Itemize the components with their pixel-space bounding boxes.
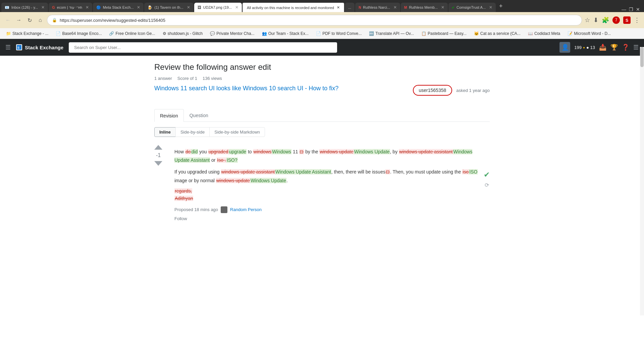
bookmark-4[interactable]: ⚙ shutdown.js - Glitch bbox=[161, 31, 205, 37]
scrollbar-track bbox=[640, 47, 644, 235]
tab-close-icon[interactable]: ✕ bbox=[41, 5, 45, 10]
tab-tavern[interactable]: 🍺 (1) Tavern on th... ✕ bbox=[144, 3, 193, 12]
tab-active[interactable]: 🖼 UDZA7.png (19... ✕ bbox=[194, 3, 242, 12]
badge-icon[interactable]: 7 bbox=[612, 16, 620, 24]
diff-body: How dodid you upgradedupgrade to windows… bbox=[174, 144, 478, 221]
bookmark-8[interactable]: 🔤 Translate API — Ov... bbox=[367, 31, 416, 37]
diff-line-3: regards, bbox=[174, 188, 478, 194]
restore-button[interactable]: ❐ bbox=[629, 7, 633, 12]
tab-monitoring[interactable]: All activity on this machine is recorded… bbox=[243, 3, 344, 12]
tab-favicon: G bbox=[52, 5, 55, 9]
vote-up-button[interactable] bbox=[154, 145, 162, 150]
bookmark-12[interactable]: 📝 Microsoft Word - D... bbox=[566, 31, 613, 37]
tab-close-icon[interactable]: ✕ bbox=[337, 5, 340, 10]
diff-line-1: How dodid you upgradedupgrade to windows… bbox=[174, 148, 478, 164]
lock-icon: 🔒 bbox=[52, 18, 57, 22]
follow-link[interactable]: Follow bbox=[174, 216, 187, 221]
gold-dot: ● bbox=[583, 46, 585, 49]
forward-button[interactable]: → bbox=[15, 16, 23, 24]
tab-close-icon[interactable]: ✕ bbox=[86, 5, 89, 10]
del-iso-dot: Iso . bbox=[217, 157, 226, 163]
download-icon[interactable]: ⬇ bbox=[593, 16, 598, 24]
tab-inbox[interactable]: 📧 Inbox (126) - y... ✕ bbox=[1, 3, 48, 12]
inbox-icon[interactable]: 📥 bbox=[599, 44, 606, 51]
content: Review the following answer edit 1 answe… bbox=[154, 62, 490, 228]
tab-ruthless1[interactable]: N Ruthless Narci... ✕ bbox=[355, 3, 400, 12]
approve-check[interactable]: ✔ bbox=[484, 170, 490, 179]
tab-close-icon[interactable]: ✕ bbox=[489, 5, 492, 10]
tab-ruthless2[interactable]: M Ruthless Memb... ✕ bbox=[401, 3, 448, 12]
achievements-icon[interactable]: 🏆 bbox=[610, 44, 618, 51]
bookmark-3[interactable]: 🔗 Free Online Icon Ge... bbox=[107, 31, 157, 37]
view-side-by-side-markdown[interactable]: Side-by-side Markdown bbox=[209, 127, 265, 137]
tab-revision[interactable]: Revision bbox=[154, 109, 184, 122]
proposed-time: Proposed 18 mins ago bbox=[174, 207, 218, 212]
menu-icon[interactable]: ⋮ bbox=[634, 16, 640, 24]
url-bar[interactable]: 🔒 https://superuser.com/review/suggested… bbox=[47, 15, 582, 26]
back-button[interactable]: ← bbox=[4, 16, 12, 24]
ins-upgrade: upgrade bbox=[229, 149, 247, 154]
bookmark-9[interactable]: 📋 Pasteboard — Easy... bbox=[419, 31, 469, 37]
tab-meta[interactable]: 🔵 Meta Stack Exch... ✕ bbox=[93, 3, 144, 12]
bookmark-10[interactable]: 🐱 Cat as a service (CA... bbox=[472, 31, 523, 37]
tab-favicon: 🔵 bbox=[96, 5, 101, 10]
minimize-button[interactable]: — bbox=[622, 7, 626, 12]
url-text: https://superuser.com/review/suggested-e… bbox=[60, 18, 577, 23]
vote-down-button[interactable] bbox=[154, 161, 162, 166]
tab-favicon: M bbox=[404, 6, 407, 9]
view-inline[interactable]: Inline bbox=[154, 127, 176, 137]
bookmark-7[interactable]: 📄 PDF to Word Conve... bbox=[314, 31, 364, 37]
address-bar: ← → ↻ ⌂ 🔒 https://superuser.com/review/s… bbox=[0, 12, 644, 28]
ins-wua2: Windows Update Assistant bbox=[275, 169, 331, 174]
bookmark-11[interactable]: 📖 Codidact Meta bbox=[526, 31, 562, 37]
se-header: ☰ S Stack Exchange 199 ● ● 13 📥 🏆 ❓ ☰ bbox=[0, 39, 644, 56]
reload-button[interactable]: ↻ bbox=[25, 16, 34, 24]
tab-close-icon[interactable]: ✕ bbox=[393, 5, 397, 10]
tab-comsign[interactable]: ✔ ComsignTrust A... ✕ bbox=[448, 3, 496, 12]
view-side-by-side[interactable]: Side-by-side bbox=[175, 127, 210, 137]
meta-row: 1 answer Score of 1 136 views bbox=[154, 76, 490, 81]
bookmarks-bar: 📁 Stack Exchange - ... 📄 Base64 Image En… bbox=[0, 28, 644, 39]
tab-dot[interactable]: ... bbox=[345, 3, 355, 12]
hamburger-icon[interactable]: ☰ bbox=[5, 44, 11, 51]
tab-bar: 📧 Inbox (126) - y... ✕ G ecom | תיר׳ עוד… bbox=[0, 0, 644, 12]
star-icon[interactable]: ☆ bbox=[585, 16, 590, 24]
home-button[interactable]: ⌂ bbox=[36, 16, 44, 24]
close-button[interactable]: ✕ bbox=[636, 7, 640, 12]
help-icon[interactable]: ❓ bbox=[622, 44, 629, 51]
del-wua: windows update assistant bbox=[399, 149, 453, 154]
new-tab-button[interactable]: + bbox=[496, 3, 505, 10]
main-container: Review the following answer edit 1 answe… bbox=[0, 56, 644, 235]
se-search[interactable] bbox=[69, 42, 337, 53]
se-logo[interactable]: S Stack Exchange bbox=[16, 44, 63, 50]
ins-wu2: Windows Update bbox=[250, 178, 286, 183]
del-windows-lower: windows bbox=[253, 149, 272, 154]
tab-close-icon[interactable]: ✕ bbox=[137, 5, 140, 10]
proposed-row: Proposed 18 mins ago Random Person bbox=[174, 206, 478, 213]
del-wua2: windows update assistant bbox=[221, 169, 275, 174]
proposer-link[interactable]: Random Person bbox=[230, 207, 262, 212]
answer-count: 1 answer bbox=[154, 76, 172, 81]
bookmark-6[interactable]: 👥 Our Team - Stack Ex... bbox=[260, 31, 311, 37]
profile-icon[interactable]: S bbox=[623, 16, 631, 24]
svg-text:S: S bbox=[17, 46, 20, 49]
extensions-icon[interactable]: 🧩 bbox=[602, 16, 609, 24]
header-right: 199 ● ● 13 📥 🏆 ❓ ☰ bbox=[559, 42, 639, 53]
tab-close-icon[interactable]: ✕ bbox=[187, 5, 190, 10]
del-adithyan: Adithyan bbox=[174, 196, 193, 201]
bookmark-2[interactable]: 📄 Base64 Image Enco... bbox=[54, 31, 104, 37]
user-bubble[interactable]: user1565358 bbox=[413, 85, 452, 96]
user-avatar[interactable] bbox=[559, 42, 570, 53]
all-sites-icon[interactable]: ☰ bbox=[633, 44, 639, 51]
bookmark-1[interactable]: 📁 Stack Exchange - ... bbox=[4, 31, 50, 37]
tab-close-icon[interactable]: ✕ bbox=[235, 5, 238, 10]
question-link[interactable]: Windows 11 search UI looks like Windows … bbox=[154, 85, 338, 92]
tab-g[interactable]: G ecom | תיר׳ עוד ✕ bbox=[49, 3, 92, 12]
follow-section: Follow bbox=[174, 216, 478, 221]
history-icon[interactable]: ⟳ bbox=[485, 182, 489, 188]
scrollbar-thumb[interactable] bbox=[640, 47, 644, 67]
search-input[interactable] bbox=[69, 42, 337, 53]
bookmark-5[interactable]: 💬 Private Mentor Cha... bbox=[208, 31, 256, 37]
tab-close-icon[interactable]: ✕ bbox=[441, 5, 444, 10]
tab-question[interactable]: Question bbox=[184, 109, 214, 121]
